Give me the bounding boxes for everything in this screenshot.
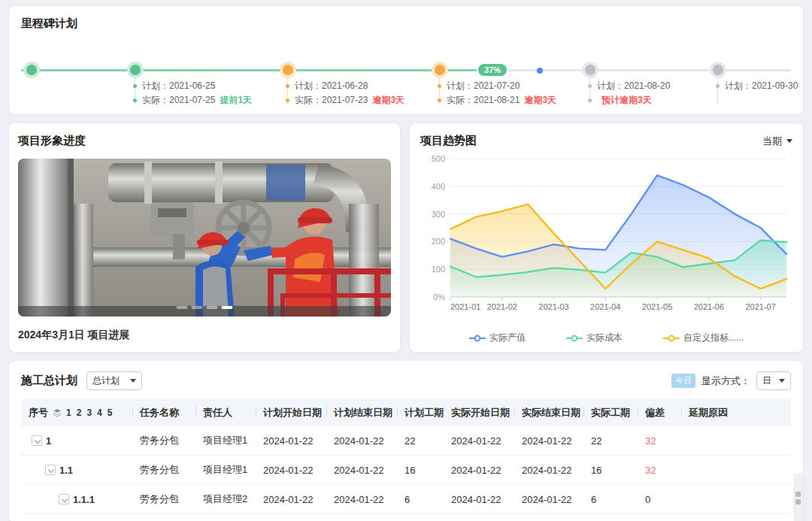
table-cell[interactable]: 2024-01-22 bbox=[444, 514, 514, 521]
table-cell[interactable]: 2024-01-22 bbox=[514, 485, 583, 514]
table-cell[interactable]: 2024-01-22 bbox=[256, 514, 326, 521]
table-cell[interactable]: 项目经理1 bbox=[195, 426, 256, 456]
table-cell[interactable] bbox=[681, 514, 791, 521]
table-cell[interactable] bbox=[681, 456, 791, 485]
table-cell[interactable]: 2024-01-22 bbox=[326, 426, 397, 456]
display-mode-select[interactable]: 日 bbox=[756, 371, 791, 390]
table-cell[interactable]: 1 bbox=[638, 514, 681, 521]
milestone-dot bbox=[283, 65, 293, 75]
row-expand-toggle[interactable] bbox=[45, 465, 56, 475]
table-cell[interactable] bbox=[681, 426, 791, 456]
table-cell[interactable]: 32 bbox=[638, 456, 681, 485]
carousel-dash[interactable] bbox=[222, 306, 233, 309]
svg-text:2021-04: 2021-04 bbox=[590, 302, 620, 311]
level-button-2[interactable]: 2 bbox=[77, 407, 82, 418]
table-cell[interactable]: 1.1.2 bbox=[21, 514, 132, 521]
table-cell[interactable]: 6 bbox=[397, 485, 444, 514]
legend-label: 自定义指标...... bbox=[683, 332, 744, 344]
bullet-icon bbox=[133, 84, 137, 88]
level-button-5[interactable]: 5 bbox=[108, 407, 113, 418]
table-cell[interactable]: 2024-01-22 bbox=[444, 426, 514, 456]
table-cell[interactable]: 6 bbox=[583, 485, 638, 514]
period-dropdown[interactable]: 当期 bbox=[762, 135, 792, 148]
trend-chart: undefinedundefined undefinedundefined 0%… bbox=[420, 148, 792, 330]
table-cell[interactable]: 16 bbox=[397, 456, 444, 485]
table-cell[interactable]: 2024-01-22 bbox=[326, 485, 397, 514]
trend-chart-panel: 项目趋势图 当期 undefinedundefined undefinedund… bbox=[410, 123, 803, 352]
chart-panel-title: 项目趋势图 bbox=[420, 134, 477, 148]
table-cell[interactable] bbox=[681, 485, 791, 514]
bullet-icon bbox=[438, 98, 441, 102]
table-cell[interactable]: 2024-01-22 bbox=[326, 456, 397, 485]
table-header-cell: 任务名称 bbox=[132, 399, 195, 426]
plan-type-select[interactable]: 总计划 bbox=[86, 371, 142, 390]
table-cell[interactable]: 2024-01-22 bbox=[326, 514, 397, 521]
milestone-dates: 计划：2021-08-20预计逾期3天 bbox=[588, 79, 670, 108]
table-cell[interactable]: 0 bbox=[638, 485, 681, 514]
milestone-date-row: 计划：2021-08-20 bbox=[588, 79, 670, 93]
display-mode-select-value: 日 bbox=[762, 374, 771, 387]
table-header-cell: 计划工期 bbox=[397, 399, 444, 426]
table-header-cell: 计划开始日期 bbox=[256, 399, 326, 426]
legend-item[interactable]: 自定义指标...... bbox=[663, 332, 744, 344]
svg-text:2021-05: 2021-05 bbox=[642, 302, 672, 311]
table-cell[interactable]: 5 bbox=[583, 514, 638, 521]
svg-text:2021-06: 2021-06 bbox=[694, 302, 724, 311]
row-expand-toggle[interactable] bbox=[59, 494, 69, 504]
table-cell[interactable]: 劳务分包 bbox=[132, 514, 195, 521]
table-cell[interactable]: 5 bbox=[397, 514, 444, 521]
milestone-dot bbox=[26, 65, 37, 75]
bullet-icon bbox=[588, 84, 592, 88]
table-cell[interactable]: 2024-01-22 bbox=[444, 456, 514, 485]
level-buttons: 12345 bbox=[66, 407, 112, 418]
header-label: 实际开始日期 bbox=[451, 406, 510, 420]
carousel-dash[interactable] bbox=[177, 306, 188, 309]
milestone-date-row: 预计逾期3天 bbox=[588, 93, 670, 108]
svg-text:2021-07: 2021-07 bbox=[745, 302, 775, 311]
table-cell[interactable]: 2024-01-22 bbox=[444, 485, 514, 514]
table-cell[interactable]: 项目经理2 bbox=[195, 485, 256, 514]
today-badge[interactable]: 今日 bbox=[671, 374, 695, 388]
level-button-1[interactable]: 1 bbox=[66, 407, 71, 418]
level-button-3[interactable]: 3 bbox=[86, 407, 92, 418]
milestone-date-row: 计划：2021-07-20 bbox=[438, 79, 556, 93]
table-header-cell: 实际开始日期 bbox=[444, 399, 514, 426]
table-cell[interactable]: 劳务分包 bbox=[132, 426, 195, 456]
svg-text:200: 200 bbox=[432, 237, 445, 246]
row-expand-toggle[interactable] bbox=[32, 435, 42, 446]
today-dot bbox=[537, 68, 543, 74]
chevron-down-icon bbox=[786, 139, 792, 146]
milestone-date-text: 计划：2021-08-20 bbox=[597, 80, 670, 92]
project-photo[interactable] bbox=[18, 159, 391, 317]
svg-text:500: 500 bbox=[432, 154, 445, 163]
carousel-dash[interactable] bbox=[207, 306, 218, 309]
photo-panel-title: 项目形象进度 bbox=[18, 134, 391, 148]
table-cell[interactable]: 32 bbox=[638, 426, 681, 456]
table-cell[interactable]: 2024-01-22 bbox=[256, 456, 326, 485]
table-cell[interactable]: 1.1 bbox=[21, 456, 132, 485]
bullet-icon bbox=[286, 98, 289, 102]
table-cell[interactable]: 2024-01-22 bbox=[256, 426, 326, 456]
milestone-date-row: 实际：2021-07-23逾期3天 bbox=[286, 93, 404, 108]
level-button-4[interactable]: 4 bbox=[97, 407, 102, 418]
table-cell[interactable]: 16 bbox=[583, 456, 638, 485]
legend-item[interactable]: 实际成本 bbox=[566, 332, 623, 344]
table-cell[interactable]: 2024-01-22 bbox=[514, 426, 583, 456]
carousel-dash[interactable] bbox=[192, 306, 203, 309]
table-cell[interactable]: 1.1.1 bbox=[21, 485, 132, 514]
table-cell[interactable]: 劳务分包 bbox=[132, 485, 195, 514]
table-cell[interactable]: 2024-01-22 bbox=[514, 456, 583, 485]
milestone-panel-title: 里程碑计划 bbox=[21, 17, 791, 31]
legend-item[interactable]: 实际产值 bbox=[469, 332, 526, 344]
floating-side-tab[interactable] bbox=[793, 473, 803, 521]
table-cell[interactable]: 项目经理3 bbox=[195, 514, 256, 521]
table-cell[interactable]: 项目经理1 bbox=[195, 456, 256, 485]
table-cell[interactable]: 劳务分包 bbox=[132, 456, 195, 485]
table-cell[interactable]: 22 bbox=[583, 426, 638, 456]
header-label: 实际工期 bbox=[591, 406, 630, 420]
table-cell[interactable]: 2024-01-22 bbox=[256, 485, 326, 514]
table-cell[interactable]: 22 bbox=[397, 426, 444, 456]
table-cell[interactable]: 1 bbox=[21, 426, 132, 456]
layers-icon[interactable] bbox=[53, 408, 62, 417]
table-cell[interactable]: 2024-01-22 bbox=[514, 514, 583, 521]
